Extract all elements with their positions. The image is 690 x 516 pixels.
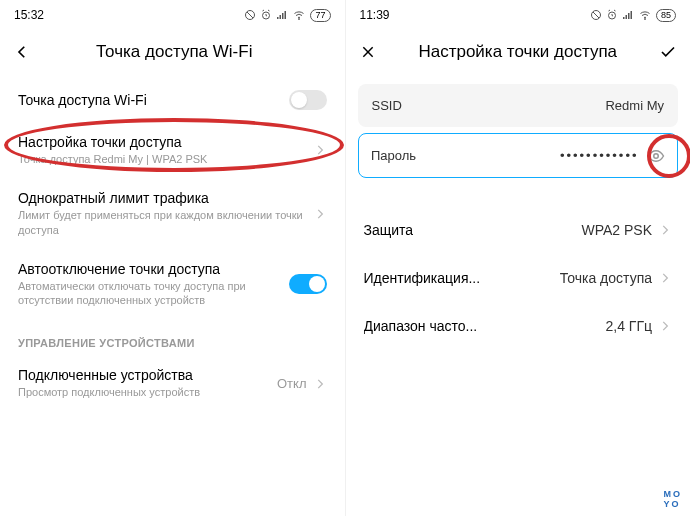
security-label: Защита [364, 222, 414, 238]
close-button[interactable] [356, 40, 380, 64]
content-left: Точка доступа Wi-Fi Настройка точки дост… [0, 78, 345, 516]
back-button[interactable] [10, 40, 34, 64]
autooff-toggle[interactable] [289, 274, 327, 294]
close-icon [360, 44, 376, 60]
password-label: Пароль [371, 148, 427, 163]
band-label: Диапазон часто... [364, 318, 478, 334]
traffic-limit-row[interactable]: Однократный лимит трафика Лимит будет пр… [0, 178, 345, 249]
hotspot-toggle[interactable] [289, 90, 327, 110]
devices-section-header: УПРАВЛЕНИЕ УСТРОЙСТВАМИ [0, 319, 345, 355]
chevron-right-icon [313, 143, 327, 157]
check-icon [659, 43, 677, 61]
reveal-password-button[interactable] [647, 147, 665, 165]
screen-left-hotspot-settings: 15:32 77 Точка доступа Wi-Fi Точка досту… [0, 0, 346, 516]
brand-watermark: MO YO [664, 490, 683, 510]
header: Точка доступа Wi-Fi [0, 30, 345, 78]
dnd-icon [590, 9, 602, 21]
ident-value: Точка доступа [560, 270, 652, 286]
connected-sub: Просмотр подключенных устройств [18, 385, 277, 399]
connected-value: Откл [277, 376, 307, 391]
band-row[interactable]: Диапазон часто... 2,4 ГГц [346, 302, 691, 350]
signal-icon [276, 9, 288, 21]
limit-sub: Лимит будет применяться при каждом включ… [18, 208, 313, 237]
autooff-sub: Автоматически отключать точку доступа пр… [18, 279, 289, 308]
svg-point-6 [653, 153, 658, 158]
auto-off-row[interactable]: Автоотключение точки доступа Автоматичес… [0, 249, 345, 320]
dnd-icon [244, 9, 256, 21]
status-icons: 77 [244, 9, 330, 22]
page-title: Точка доступа Wi-Fi [34, 42, 335, 62]
svg-point-2 [299, 19, 300, 20]
connected-title: Подключенные устройства [18, 367, 277, 383]
chevron-right-icon [313, 207, 327, 221]
security-row[interactable]: Защита WPA2 PSK [346, 206, 691, 254]
status-time: 15:32 [14, 8, 44, 22]
ssid-label: SSID [372, 98, 428, 113]
identification-row[interactable]: Идентификация... Точка доступа [346, 254, 691, 302]
back-icon [13, 43, 31, 61]
status-time: 11:39 [360, 8, 390, 22]
wifi-icon [292, 9, 306, 21]
status-bar: 15:32 77 [0, 0, 345, 30]
setup-title: Настройка точки доступа [18, 134, 313, 150]
connected-devices-row[interactable]: Подключенные устройства Просмотр подключ… [0, 355, 345, 411]
password-value: •••••••••••• [435, 148, 639, 163]
password-field[interactable]: Пароль •••••••••••• [358, 133, 679, 178]
hotspot-title: Точка доступа Wi-Fi [18, 92, 289, 108]
setup-sub: Точка доступа Redmi My | WPA2 PSK [18, 152, 313, 166]
ssid-value: Redmi My [436, 98, 665, 113]
band-value: 2,4 ГГц [605, 318, 652, 334]
status-bar: 11:39 85 [346, 0, 691, 30]
ssid-field[interactable]: SSID Redmi My [358, 84, 679, 127]
alarm-icon [606, 9, 618, 21]
signal-icon [622, 9, 634, 21]
ident-label: Идентификация... [364, 270, 481, 286]
page-title: Настройка точки доступа [380, 42, 657, 62]
confirm-button[interactable] [656, 40, 680, 64]
battery-indicator: 85 [656, 9, 676, 22]
content-right: SSID Redmi My Пароль •••••••••••• Защита… [346, 78, 691, 516]
chevron-right-icon [313, 377, 327, 391]
wifi-icon [638, 9, 652, 21]
eye-icon [647, 147, 665, 165]
autooff-title: Автоотключение точки доступа [18, 261, 289, 277]
hotspot-toggle-row[interactable]: Точка доступа Wi-Fi [0, 78, 345, 122]
svg-point-5 [644, 19, 645, 20]
chevron-right-icon [658, 271, 672, 285]
setup-hotspot-row[interactable]: Настройка точки доступа Точка доступа Re… [0, 122, 345, 178]
alarm-icon [260, 9, 272, 21]
header: Настройка точки доступа [346, 30, 691, 78]
security-value: WPA2 PSK [581, 222, 652, 238]
limit-title: Однократный лимит трафика [18, 190, 313, 206]
battery-indicator: 77 [310, 9, 330, 22]
status-icons: 85 [590, 9, 676, 22]
screen-right-hotspot-setup: 11:39 85 Настройка точки доступа SSID Re… [346, 0, 691, 516]
chevron-right-icon [658, 319, 672, 333]
chevron-right-icon [658, 223, 672, 237]
